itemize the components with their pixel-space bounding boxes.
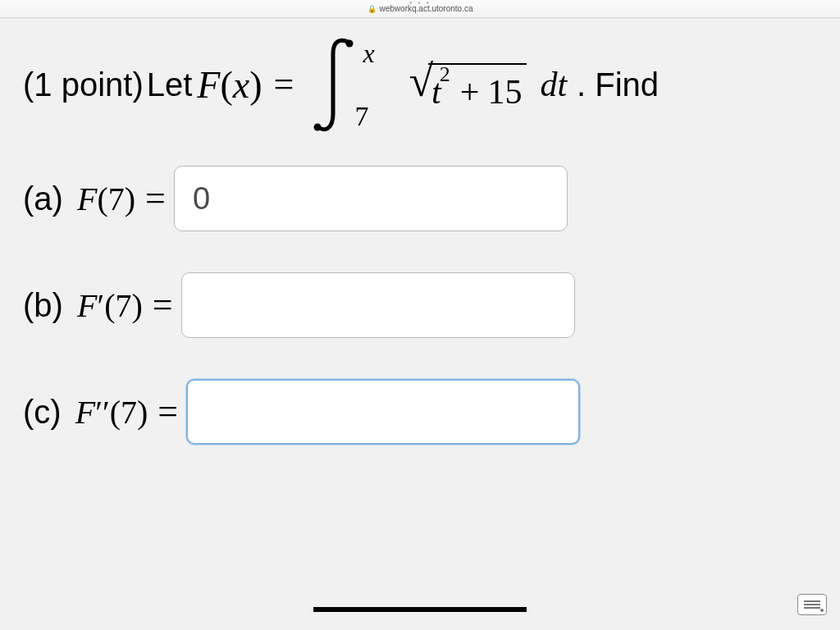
browser-address-bar: • • • 🔒 webworkq.act.utoronto.ca xyxy=(0,0,840,18)
part-c-input[interactable] xyxy=(186,379,580,445)
radicand: t2 + 15 xyxy=(428,63,527,106)
keyboard-toggle-button[interactable] xyxy=(797,594,827,615)
svg-point-1 xyxy=(314,124,322,131)
integral-expression: x 7 √ t2 + 15 dt xyxy=(312,35,567,134)
integral-sign-icon xyxy=(312,35,359,134)
problem-page: (1 point) Let F(x) = x 7 √ xyxy=(0,18,840,630)
points-label: (1 point) xyxy=(23,60,144,109)
part-b-label: (b) F′(7)= xyxy=(23,278,181,332)
part-c-label: (c) F′′(7)= xyxy=(23,385,186,439)
let-text: Let xyxy=(147,60,193,109)
part-a-row: (a) F(7)= xyxy=(23,167,817,231)
equals-sign: = xyxy=(274,57,294,112)
integral-upper-bound: x xyxy=(363,34,374,73)
lock-icon: 🔒 xyxy=(368,5,377,13)
function-definition-lhs: F(x) xyxy=(197,57,262,113)
differential: dt xyxy=(540,59,567,111)
keyboard-icon xyxy=(804,600,820,609)
part-a-label: (a) F(7)= xyxy=(23,171,174,226)
prompt-row: (1 point) Let F(x) = x 7 √ xyxy=(23,35,817,134)
part-b-row: (b) F′(7)= xyxy=(23,273,817,337)
part-c-row: (c) F′′(7)= xyxy=(23,380,817,444)
keyboard-icon-dot xyxy=(820,609,824,612)
problem-statement: (1 point) Let F(x) = x 7 √ xyxy=(23,35,817,444)
integrand: √ t2 + 15 dt xyxy=(409,59,567,111)
svg-point-0 xyxy=(346,40,354,48)
home-indicator xyxy=(313,607,527,612)
find-text: . Find xyxy=(577,60,659,109)
integral-lower-bound: 7 xyxy=(354,95,368,137)
square-root: √ t2 + 15 xyxy=(409,60,527,109)
part-a-input[interactable] xyxy=(174,166,568,231)
part-b-input[interactable] xyxy=(181,272,575,338)
tab-drag-indicator: • • • xyxy=(409,0,431,7)
